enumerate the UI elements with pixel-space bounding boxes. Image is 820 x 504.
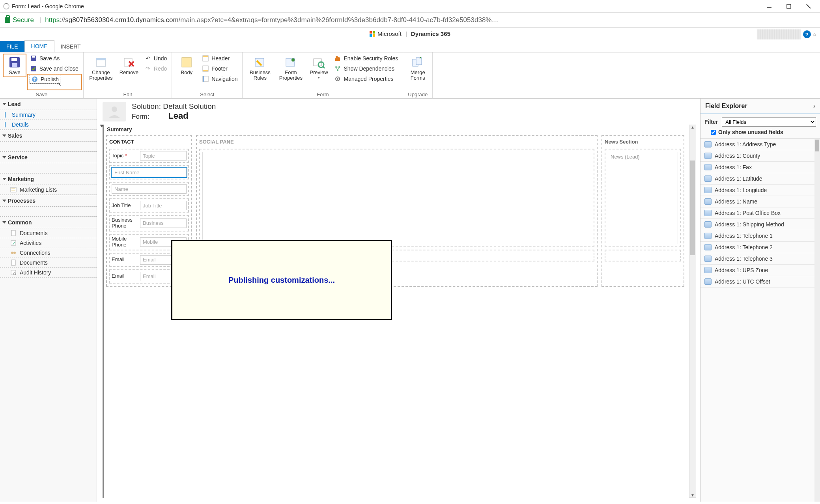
publishing-modal: Publishing customizations... bbox=[171, 240, 392, 320]
show-dependencies-button[interactable]: Show Dependencies bbox=[332, 64, 400, 73]
scroll-up-icon[interactable]: ▲ bbox=[689, 125, 696, 129]
news-column[interactable]: News Section News (Lead) bbox=[601, 135, 684, 287]
nav-item-marketing-lists[interactable]: Marketing Lists bbox=[0, 185, 97, 195]
field-list-item[interactable]: Address 1: Address Type bbox=[700, 139, 820, 150]
scroll-thumb[interactable] bbox=[815, 140, 819, 151]
nav-item-audit-history[interactable]: Audit History bbox=[0, 268, 97, 278]
jobtitle-input[interactable]: Job Title bbox=[140, 201, 187, 210]
activities-icon bbox=[10, 240, 17, 246]
svg-rect-18 bbox=[203, 56, 208, 57]
nav-item-documents[interactable]: Documents bbox=[0, 228, 97, 238]
scroll-down-icon[interactable]: ▼ bbox=[689, 493, 696, 497]
app-header: Microsoft | Dynamics 365 ? ⌂ bbox=[0, 28, 820, 40]
news-field[interactable]: News (Lead) bbox=[605, 149, 681, 247]
field-topic[interactable]: Topic * Topic bbox=[109, 149, 189, 163]
tab-home[interactable]: HOME bbox=[24, 40, 54, 52]
field-list-item[interactable]: Address 1: UPS Zone bbox=[700, 265, 820, 276]
business-rules-button[interactable]: Business Rules bbox=[246, 54, 274, 83]
body-button[interactable]: Body bbox=[175, 54, 198, 77]
window-title: Form: Lead - Google Chrome bbox=[9, 3, 763, 9]
svg-rect-31 bbox=[335, 58, 340, 61]
nav-item-documents-2[interactable]: Documents bbox=[0, 258, 97, 268]
remove-button[interactable]: Remove bbox=[118, 54, 140, 77]
tab-insert[interactable]: INSERT bbox=[54, 41, 87, 52]
save-icon bbox=[8, 56, 21, 69]
nav-group-lead[interactable]: Lead bbox=[0, 99, 97, 110]
redo-button[interactable]: ↷Redo bbox=[143, 64, 168, 73]
nav-group-common[interactable]: Common bbox=[0, 217, 97, 228]
field-first-name[interactable]: First Name bbox=[109, 165, 189, 179]
save-and-close-button[interactable]: Save and Close bbox=[28, 64, 80, 73]
help-icon[interactable]: ? bbox=[803, 30, 811, 38]
nav-placeholder bbox=[0, 142, 97, 151]
nav-group-service[interactable]: Service bbox=[0, 151, 97, 163]
tab-file[interactable]: FILE bbox=[0, 41, 24, 52]
loading-spinner-icon bbox=[3, 3, 9, 9]
scroll-thumb[interactable] bbox=[690, 161, 695, 255]
only-unused-checkbox[interactable]: Only show unused fields bbox=[704, 129, 816, 135]
social-pane-field[interactable] bbox=[199, 149, 594, 247]
field-list-item[interactable]: Address 1: County bbox=[700, 150, 820, 162]
address-bar[interactable]: Secure | https://sg807b5630304.crm10.dyn… bbox=[0, 13, 820, 28]
field-list-item[interactable]: Address 1: Telephone 2 bbox=[700, 242, 820, 253]
field-list-item[interactable]: Address 1: UTC Offset bbox=[700, 276, 820, 287]
field-list-item[interactable]: Address 1: Telephone 3 bbox=[700, 253, 820, 265]
field-icon bbox=[704, 198, 712, 205]
nav-group-processes[interactable]: Processes bbox=[0, 195, 97, 207]
field-list-item[interactable]: Address 1: Name bbox=[700, 196, 820, 207]
brand-microsoft: Microsoft bbox=[377, 30, 402, 37]
publish-button[interactable]: Publish ↖ bbox=[28, 75, 80, 84]
field-explorer-header[interactable]: Field Explorer › bbox=[700, 99, 820, 114]
merge-forms-button[interactable]: Merge Forms bbox=[406, 54, 429, 83]
merge-forms-icon bbox=[411, 56, 424, 69]
name-input[interactable]: Name bbox=[112, 184, 187, 194]
svg-point-25 bbox=[291, 58, 295, 62]
first-name-input[interactable]: First Name bbox=[112, 168, 187, 177]
field-list-item[interactable]: Address 1: Telephone 1 bbox=[700, 230, 820, 242]
nav-item-summary[interactable]: Summary bbox=[0, 110, 97, 120]
field-list-item[interactable]: Address 1: Shipping Method bbox=[700, 219, 820, 230]
save-button[interactable]: Save bbox=[3, 54, 26, 77]
nav-group-sales[interactable]: Sales bbox=[0, 130, 97, 142]
empty-section[interactable] bbox=[605, 250, 681, 261]
field-list-item[interactable]: Address 1: Latitude bbox=[700, 173, 820, 185]
left-nav: Lead Summary Details Sales Service Marke… bbox=[0, 99, 97, 502]
svg-rect-38 bbox=[416, 58, 422, 65]
field-list-scrollbar[interactable] bbox=[814, 139, 820, 502]
nav-item-connections[interactable]: Connections bbox=[0, 248, 97, 258]
field-business-phone[interactable]: Business Phone Business bbox=[109, 215, 189, 231]
nav-group-marketing[interactable]: Marketing bbox=[0, 173, 97, 185]
navigation-button[interactable]: Navigation bbox=[200, 75, 239, 83]
home-icon[interactable]: ⌂ bbox=[813, 32, 816, 37]
save-as-button[interactable]: Save As bbox=[28, 54, 80, 63]
dropdown-caret-icon: ▾ bbox=[318, 76, 320, 80]
managed-properties-button[interactable]: Managed Properties bbox=[332, 75, 400, 83]
maximize-button[interactable] bbox=[783, 2, 795, 10]
filter-select[interactable]: All Fields bbox=[722, 117, 816, 127]
footer-icon bbox=[202, 65, 209, 72]
change-properties-button[interactable]: Change Properties bbox=[87, 54, 115, 83]
minimize-button[interactable] bbox=[763, 2, 775, 10]
field-list-item[interactable]: Address 1: Fax bbox=[700, 162, 820, 173]
nav-item-activities[interactable]: Activities bbox=[0, 238, 97, 248]
header-button[interactable]: Header bbox=[200, 54, 239, 63]
undo-button[interactable]: ↶Undo bbox=[143, 54, 168, 63]
form-properties-button[interactable]: Form Properties bbox=[276, 54, 305, 83]
svg-rect-23 bbox=[255, 58, 264, 66]
close-button[interactable] bbox=[803, 2, 814, 10]
footer-button[interactable]: Footer bbox=[200, 64, 239, 73]
field-icon bbox=[704, 267, 712, 273]
field-name[interactable]: Name bbox=[109, 182, 189, 196]
nav-item-details[interactable]: Details bbox=[0, 120, 97, 130]
only-unused-input[interactable] bbox=[711, 130, 716, 135]
bphone-input[interactable]: Business bbox=[140, 218, 187, 228]
field-list-item[interactable]: Address 1: Longitude bbox=[700, 185, 820, 196]
preview-button[interactable]: Preview▾ bbox=[307, 54, 330, 82]
user-info[interactable] bbox=[757, 29, 801, 39]
field-job-title[interactable]: Job Title Job Title bbox=[109, 198, 189, 213]
secure-chip: Secure bbox=[5, 16, 34, 24]
topic-input[interactable]: Topic bbox=[140, 151, 187, 161]
enable-security-roles-button[interactable]: Enable Security Roles bbox=[332, 54, 400, 63]
canvas-scrollbar[interactable]: ▲ ▼ bbox=[689, 125, 696, 498]
field-list-item[interactable]: Address 1: Post Office Box bbox=[700, 207, 820, 219]
